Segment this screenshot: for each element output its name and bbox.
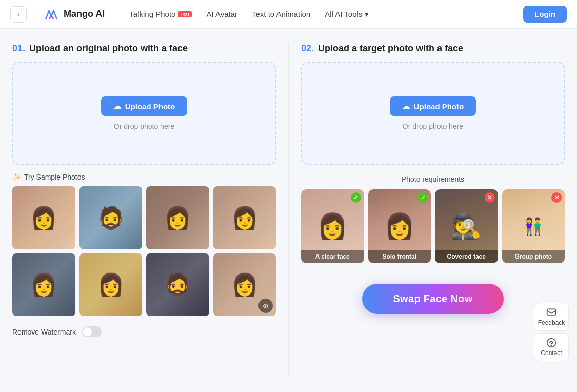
req-clear-face: 👩 ✓ A clear face <box>301 189 364 263</box>
req-covered-face-badge: ✕ <box>485 192 495 203</box>
req-group-photo-badge: ✕ <box>551 192 562 203</box>
header: ‹ Mango AI Talking Photo HOT AI Avatar T… <box>0 0 577 29</box>
sample-photo-2[interactable]: 🧔 <box>79 186 143 249</box>
photo-requirements-section: Photo requirements 👩 ✓ A clear face 👩 ✓ <box>301 175 565 263</box>
left-step-number: 01. <box>12 43 25 54</box>
chevron-down-icon: ▾ <box>365 10 369 19</box>
contact-button[interactable]: Contact <box>534 333 569 361</box>
nav-item-ai-avatar[interactable]: AI Avatar <box>206 10 237 18</box>
contact-icon <box>546 338 556 348</box>
right-upload-button[interactable]: ☁ Upload Photo <box>390 96 476 116</box>
svg-point-3 <box>551 345 551 346</box>
req-covered-face: 🕵️ ✕ Covered face <box>435 189 498 263</box>
nav: Talking Photo HOT AI Avatar Text to Anim… <box>129 10 507 19</box>
logo: Mango AI <box>43 6 105 23</box>
svg-rect-1 <box>547 309 556 315</box>
right-upload-hint: Or drop photo here <box>403 122 463 130</box>
location-icon: ⊕ <box>258 299 273 313</box>
right-panel: 02. Upload a target photo with a face ☁ … <box>288 43 565 378</box>
left-upload-zone[interactable]: ☁ Upload Photo Or drop photo here <box>12 62 276 165</box>
feedback-button[interactable]: Feedback <box>534 303 569 331</box>
req-group-photo: 👫 ✕ Group photo <box>502 189 565 263</box>
sample-photos-label: ✨ Try Sample Photos <box>12 173 276 181</box>
back-button[interactable]: ‹ <box>10 6 27 23</box>
right-step-number: 02. <box>301 43 314 54</box>
req-solo-frontal-label: Solo frontal <box>368 250 431 263</box>
left-upload-hint: Or drop photo here <box>114 122 174 130</box>
sample-photo-8[interactable]: 👩 ⊕ <box>213 253 276 317</box>
sample-photo-7[interactable]: 🧔 <box>146 253 209 317</box>
watermark-row: Remove Watermark <box>12 326 276 337</box>
swap-btn-row: Swap Face Now <box>301 284 565 314</box>
right-section-title: 02. Upload a target photo with a face <box>301 43 565 54</box>
nav-item-talking-photo[interactable]: Talking Photo HOT <box>129 10 192 18</box>
req-clear-face-label: A clear face <box>301 250 364 263</box>
feedback-icon <box>546 307 556 318</box>
requirements-grid: 👩 ✓ A clear face 👩 ✓ Solo frontal 🕵 <box>301 189 565 263</box>
photo-req-title: Photo requirements <box>301 175 565 183</box>
nav-item-text-to-animation[interactable]: Text to Animation <box>252 10 310 18</box>
login-button[interactable]: Login <box>523 6 567 23</box>
sample-photo-5[interactable]: 👩 <box>12 253 75 317</box>
swap-face-button[interactable]: Swap Face Now <box>362 284 503 314</box>
logo-icon <box>43 6 59 23</box>
sample-photo-3[interactable]: 👩 <box>146 186 209 249</box>
nav-item-all-ai-tools[interactable]: All AI Tools ▾ <box>325 10 369 19</box>
logo-text: Mango AI <box>64 9 105 19</box>
req-solo-frontal-badge: ✓ <box>417 192 428 203</box>
sample-photo-1[interactable]: 👩 <box>12 186 75 249</box>
main-content: 01. Upload an original photo with a face… <box>0 29 577 392</box>
upload-icon-right: ☁ <box>402 102 410 111</box>
sparkle-icon: ✨ <box>12 173 21 181</box>
hot-badge: HOT <box>178 11 192 17</box>
right-upload-zone[interactable]: ☁ Upload Photo Or drop photo here <box>301 62 565 165</box>
left-section-title: 01. Upload an original photo with a face <box>12 43 276 54</box>
req-solo-frontal: 👩 ✓ Solo frontal <box>368 189 431 263</box>
sample-photo-6[interactable]: 👩 <box>79 253 143 317</box>
upload-icon: ☁ <box>113 102 121 111</box>
watermark-toggle[interactable] <box>82 326 102 337</box>
side-actions: Feedback Contact <box>534 303 569 361</box>
svg-rect-0 <box>43 6 59 23</box>
sample-photo-4[interactable]: 👩 <box>213 186 276 249</box>
req-covered-face-label: Covered face <box>435 250 498 263</box>
req-clear-face-badge: ✓ <box>351 192 361 203</box>
left-panel: 01. Upload an original photo with a face… <box>12 43 288 378</box>
req-group-photo-label: Group photo <box>502 250 565 263</box>
left-upload-button[interactable]: ☁ Upload Photo <box>101 96 188 116</box>
sample-photo-grid: 👩 🧔 👩 👩 👩 <box>12 186 276 316</box>
